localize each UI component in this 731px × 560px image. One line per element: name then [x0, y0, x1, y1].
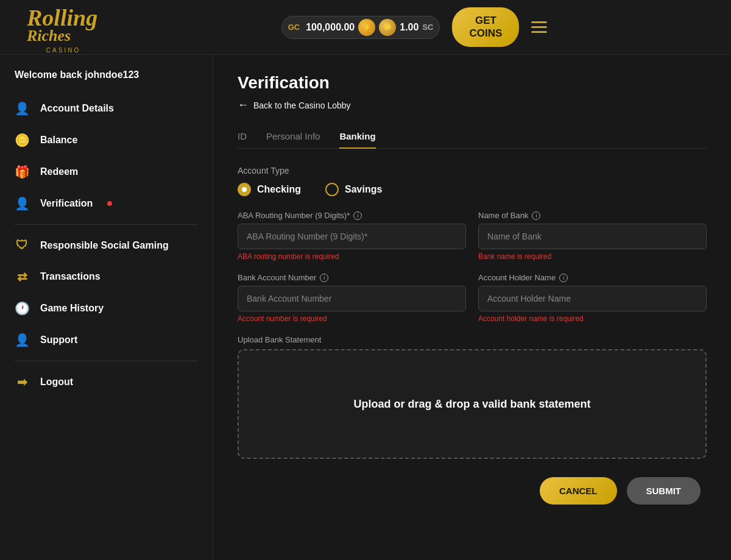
- checking-radio[interactable]: [238, 183, 251, 196]
- aba-label: ABA Routing Number (9 Digits)* i: [238, 211, 466, 220]
- support-icon: 👤: [15, 333, 29, 347]
- sidebar-item-label: Transactions: [40, 271, 101, 282]
- sidebar-item-label: Verification: [40, 198, 93, 209]
- savings-option[interactable]: Savings: [325, 183, 382, 196]
- savings-radio[interactable]: [325, 183, 339, 196]
- sc-amount: 1.00: [400, 22, 418, 33]
- sidebar-item-label: Responsible Social Gaming: [40, 240, 169, 251]
- sidebar-divider-2: [15, 361, 198, 361]
- aba-group: ABA Routing Number (9 Digits)* i ABA rou…: [238, 211, 466, 261]
- sidebar-item-label: Logout: [40, 377, 73, 388]
- back-link[interactable]: ← Back to the Casino Lobby: [238, 99, 707, 112]
- sc-coin-icon: 🪙: [379, 19, 396, 36]
- account-number-group: Bank Account Number i Account number is …: [238, 273, 466, 323]
- redeem-icon: 🎁: [15, 165, 29, 179]
- upload-box[interactable]: Upload or drag & drop a valid bank state…: [238, 349, 707, 459]
- balance-icon: 🪙: [15, 133, 29, 147]
- sidebar-item-balance[interactable]: 🪙 Balance: [0, 124, 213, 156]
- checking-option[interactable]: Checking: [238, 183, 301, 196]
- svg-text:Riches: Riches: [26, 27, 71, 44]
- sidebar-item-redeem[interactable]: 🎁 Redeem: [0, 156, 213, 188]
- action-buttons: CANCEL SUBMIT: [238, 477, 707, 505]
- account-number-input[interactable]: [238, 286, 466, 311]
- back-arrow-icon: ←: [238, 99, 249, 112]
- sidebar-item-game-history[interactable]: 🕐 Game History: [0, 292, 213, 324]
- logo: Rolling Riches CASINO: [15, 1, 112, 54]
- transactions-icon: ⇄: [15, 269, 29, 284]
- header: Rolling Riches CASINO GC 100,000.00 ⚡ 🪙 …: [0, 0, 731, 55]
- sidebar-item-account-details[interactable]: 👤 Account Details: [0, 93, 213, 124]
- sidebar-item-label: Redeem: [40, 166, 78, 177]
- gc-coin-icon: ⚡: [358, 19, 375, 36]
- account-details-icon: 👤: [15, 101, 29, 116]
- row-account-holder: Bank Account Number i Account number is …: [238, 273, 707, 323]
- sidebar-item-transactions[interactable]: ⇄ Transactions: [0, 261, 213, 292]
- verification-icon: 👤: [15, 196, 29, 211]
- tabs: ID Personal Info Banking: [238, 126, 707, 149]
- sidebar-item-label: Account Details: [40, 103, 114, 114]
- verification-dot: [107, 201, 112, 206]
- sidebar-item-logout[interactable]: ➡ Logout: [0, 366, 213, 398]
- bank-name-input[interactable]: [478, 224, 707, 249]
- bank-name-error: Bank name is required: [478, 252, 707, 261]
- back-label: Back to the Casino Lobby: [253, 101, 351, 110]
- coin-bar: GC 100,000.00 ⚡ 🪙 1.00 SC: [281, 16, 440, 39]
- upload-label: Upload Bank Statement: [238, 335, 707, 344]
- bank-name-group: Name of Bank i Bank name is required: [478, 211, 707, 261]
- body-wrap: Welcome back johndoe123 👤 Account Detail…: [0, 55, 731, 560]
- gc-amount: 100,000.00: [306, 22, 355, 33]
- sidebar-item-label: Support: [40, 335, 77, 346]
- account-number-error: Account number is required: [238, 314, 466, 323]
- savings-label: Savings: [345, 184, 382, 195]
- account-number-info-icon[interactable]: i: [320, 274, 328, 282]
- welcome-text: Welcome back johndoe123: [0, 69, 213, 93]
- holder-name-info-icon[interactable]: i: [559, 274, 568, 282]
- sidebar-item-responsible-gaming[interactable]: 🛡 Responsible Social Gaming: [0, 230, 213, 261]
- submit-button[interactable]: SUBMIT: [627, 477, 701, 505]
- sc-label: SC: [422, 23, 433, 32]
- logout-icon: ➡: [15, 375, 29, 389]
- page-title: Verification: [238, 73, 707, 93]
- svg-text:Rolling: Rolling: [26, 5, 97, 30]
- upload-text: Upload or drag & drop a valid bank state…: [353, 396, 590, 413]
- get-coins-button[interactable]: GET COINS: [452, 7, 519, 47]
- tab-banking[interactable]: Banking: [339, 126, 375, 149]
- tab-personal-info[interactable]: Personal Info: [266, 126, 320, 149]
- main-content: Verification ← Back to the Casino Lobby …: [213, 55, 731, 560]
- sidebar-divider-1: [15, 224, 198, 225]
- sidebar-item-verification[interactable]: 👤 Verification: [0, 188, 213, 219]
- bank-name-info-icon[interactable]: i: [532, 211, 540, 220]
- checking-label: Checking: [257, 184, 301, 195]
- cancel-button[interactable]: CANCEL: [540, 477, 617, 505]
- holder-name-input[interactable]: [478, 286, 707, 311]
- aba-error: ABA routing number is required: [238, 252, 466, 261]
- banking-form: Account Type Checking Savings ABA Routin…: [238, 166, 707, 459]
- account-type-label: Account Type: [238, 166, 707, 175]
- shield-icon: 🛡: [15, 238, 29, 252]
- bank-name-label: Name of Bank i: [478, 211, 707, 220]
- sidebar-item-support[interactable]: 👤 Support: [0, 324, 213, 356]
- holder-name-group: Account Holder Name i Account holder nam…: [478, 273, 707, 323]
- tab-id[interactable]: ID: [238, 126, 247, 149]
- holder-name-label: Account Holder Name i: [478, 273, 707, 282]
- sidebar: Welcome back johndoe123 👤 Account Detail…: [0, 55, 213, 560]
- aba-input[interactable]: [238, 224, 466, 249]
- sidebar-item-label: Game History: [40, 303, 104, 314]
- sidebar-item-label: Balance: [40, 135, 77, 146]
- upload-section: Upload Bank Statement Upload or drag & d…: [238, 335, 707, 459]
- gc-label: GC: [288, 23, 300, 32]
- hamburger-menu[interactable]: [531, 21, 547, 33]
- account-type-group: Checking Savings: [238, 183, 707, 196]
- holder-name-error: Account holder name is required: [478, 314, 707, 323]
- account-number-label: Bank Account Number i: [238, 273, 466, 282]
- logo-sub: CASINO: [46, 47, 80, 54]
- coin-bar-area: GC 100,000.00 ⚡ 🪙 1.00 SC GET COINS: [112, 7, 716, 47]
- aba-info-icon[interactable]: i: [353, 211, 362, 220]
- history-icon: 🕐: [15, 301, 29, 316]
- row-aba-bankname: ABA Routing Number (9 Digits)* i ABA rou…: [238, 211, 707, 261]
